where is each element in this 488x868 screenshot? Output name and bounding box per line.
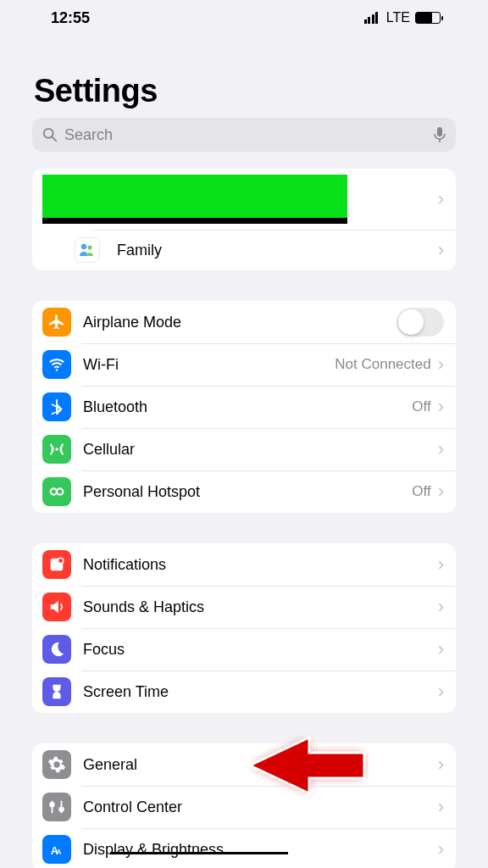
focus-row[interactable]: Focus › — [32, 628, 456, 670]
airplane-label: Airplane Mode — [83, 314, 396, 331]
control-center-label: Control Center — [83, 798, 438, 816]
search-input[interactable]: Search — [32, 118, 456, 152]
svg-point-0 — [44, 129, 53, 138]
chevron-right-icon: › — [438, 598, 444, 616]
network-label: LTE — [386, 10, 410, 25]
hotspot-label: Personal Hotspot — [83, 483, 412, 501]
hotspot-detail: Off — [412, 483, 430, 500]
cellular-label: Cellular — [83, 441, 438, 459]
wifi-detail: Not Connected — [335, 356, 430, 373]
chevron-right-icon: › — [438, 840, 444, 859]
notifications-row[interactable]: Notifications › — [32, 543, 456, 586]
hotspot-row[interactable]: Personal Hotspot Off › — [32, 470, 456, 513]
general-group: General › Control Center › AA Display & … — [32, 743, 456, 868]
svg-point-9 — [57, 488, 63, 494]
chevron-right-icon: › — [438, 190, 444, 209]
bluetooth-icon — [42, 392, 71, 421]
bluetooth-label: Bluetooth — [83, 398, 412, 416]
general-row[interactable]: General › — [32, 743, 456, 786]
svg-point-11 — [58, 558, 63, 563]
screentime-row[interactable]: Screen Time › — [32, 670, 456, 713]
display-label: Display & Brightness — [83, 841, 438, 859]
display-brightness-row[interactable]: AA Display & Brightness › — [32, 828, 456, 868]
redacted-profile — [42, 175, 347, 224]
redaction-strike — [110, 852, 288, 854]
bluetooth-detail: Off — [412, 398, 430, 415]
cellular-row[interactable]: Cellular › — [32, 428, 456, 470]
notifications-icon — [42, 550, 71, 579]
screentime-label: Screen Time — [83, 683, 438, 701]
search-placeholder: Search — [64, 126, 427, 144]
chevron-right-icon: › — [438, 482, 444, 501]
connectivity-group: Airplane Mode Wi-Fi Not Connected › Blue… — [32, 301, 456, 513]
chevron-right-icon: › — [438, 755, 444, 774]
bluetooth-row[interactable]: Bluetooth Off › — [32, 386, 456, 428]
wifi-label: Wi-Fi — [83, 356, 335, 374]
airplane-mode-row[interactable]: Airplane Mode — [32, 301, 456, 343]
status-time: 12:55 — [51, 9, 90, 27]
mic-icon[interactable] — [434, 126, 446, 143]
apple-id-row[interactable]: › — [32, 169, 456, 230]
svg-point-6 — [56, 369, 58, 371]
cellular-icon — [42, 435, 71, 464]
sounds-icon — [42, 593, 71, 621]
hotspot-icon — [42, 477, 71, 506]
chevron-right-icon: › — [438, 682, 444, 701]
svg-rect-2 — [437, 127, 442, 136]
display-brightness-icon: AA — [42, 835, 71, 864]
airplane-icon — [42, 308, 71, 337]
svg-line-1 — [53, 137, 56, 142]
chevron-right-icon: › — [438, 440, 444, 459]
family-row[interactable]: Family › — [32, 230, 456, 270]
notifications-label: Notifications — [83, 556, 438, 574]
signal-icon — [364, 12, 381, 24]
family-label: Family — [117, 242, 438, 259]
sounds-label: Sounds & Haptics — [83, 598, 438, 616]
notifications-group: Notifications › Sounds & Haptics › Focus… — [32, 543, 456, 713]
chevron-right-icon: › — [438, 555, 444, 574]
focus-label: Focus — [83, 641, 438, 659]
chevron-right-icon: › — [438, 241, 444, 259]
svg-point-4 — [81, 244, 86, 249]
chevron-right-icon: › — [438, 640, 444, 659]
airplane-toggle[interactable] — [396, 308, 444, 337]
wifi-row[interactable]: Wi-Fi Not Connected › — [32, 343, 456, 386]
chevron-right-icon: › — [438, 355, 444, 374]
search-icon — [42, 127, 58, 142]
profile-group: › Family › — [32, 169, 456, 270]
family-icon — [75, 237, 100, 263]
battery-icon — [415, 12, 441, 24]
svg-point-7 — [55, 448, 58, 450]
svg-text:A: A — [56, 848, 62, 856]
svg-point-15 — [59, 807, 64, 811]
status-indicators: LTE — [364, 10, 441, 25]
wifi-icon — [42, 350, 71, 379]
screentime-icon — [42, 677, 71, 706]
gear-icon — [42, 750, 71, 779]
control-center-row[interactable]: Control Center › — [32, 786, 456, 828]
focus-icon — [42, 635, 71, 664]
svg-point-13 — [50, 803, 54, 807]
svg-point-5 — [87, 245, 92, 249]
sounds-row[interactable]: Sounds & Haptics › — [32, 586, 456, 628]
chevron-right-icon: › — [438, 398, 444, 416]
status-bar: 12:55 LTE — [32, 0, 456, 36]
control-center-icon — [42, 793, 71, 821]
page-title: Settings — [32, 36, 456, 118]
general-label: General — [83, 756, 438, 774]
chevron-right-icon: › — [438, 798, 444, 816]
